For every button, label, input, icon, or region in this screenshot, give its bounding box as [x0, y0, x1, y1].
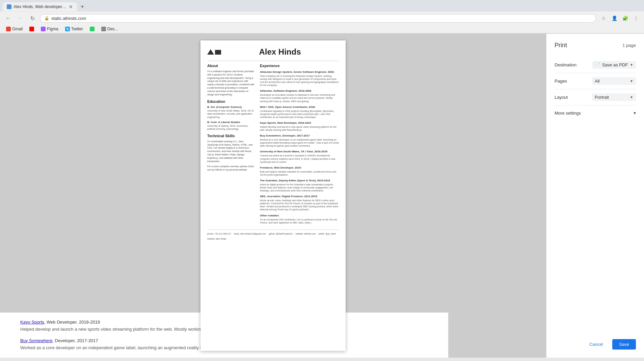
bookmark-twitter[interactable]: 𝕏 Twitter — [62, 26, 86, 32]
about-text: I'm a software engineer and former journ… — [207, 70, 254, 96]
dest-favicon — [101, 27, 106, 31]
destination-value: Save as PDF — [602, 62, 628, 67]
skills-text: I'm comfortable working in C, Java, Java… — [207, 140, 254, 163]
footer-github: github. @DarkPurple141 — [269, 233, 293, 235]
resume-header: Alex Hinds — [207, 47, 339, 57]
pages-row: Pages All ▼ — [555, 73, 636, 89]
bookmark-whatsapp[interactable] — [87, 26, 97, 32]
logo-rect — [215, 50, 221, 55]
browser-actions: ☆ 👤 🧩 ⋮ — [599, 13, 641, 23]
exp-desc-6: Built and helped maintain websites for u… — [260, 170, 339, 176]
experience-section-title: Experience — [260, 64, 339, 68]
exp-title-7: The Guardian, Deputy Editor (Sport & Tec… — [260, 179, 339, 182]
layout-dropdown[interactable]: Portrait ▼ — [592, 93, 636, 101]
exp-desc-2: Contributed regularly to OSS projects in… — [260, 110, 339, 119]
exp-title-4: Buy Somewhere, Developer, 2017-2017 — [260, 134, 339, 137]
exp-title-8: SBS, Journalist / Digital Producer, 2011… — [260, 195, 339, 198]
bookmark-twitter-label: Twitter — [71, 27, 83, 31]
bookmark-youtube[interactable] — [27, 26, 37, 32]
bg-exp-link-1[interactable]: Buy Somewhere — [20, 338, 52, 343]
tab-close-button[interactable]: ✕ — [69, 4, 73, 9]
print-title: Print — [555, 42, 567, 49]
lock-icon: 🔒 — [44, 16, 49, 21]
bookmark-star-button[interactable]: ☆ — [599, 13, 608, 23]
save-button[interactable]: Save — [612, 339, 636, 350]
youtube-favicon — [29, 27, 34, 31]
resume-name: Alex Hinds — [221, 47, 339, 57]
figma-favicon — [41, 27, 46, 31]
print-actions: Cancel Save — [555, 331, 636, 350]
nav-bar: ← → ↻ 🔒 static.alhinds.com ☆ 👤 🧩 ⋮ — [0, 11, 644, 25]
cancel-button[interactable]: Cancel — [583, 339, 610, 350]
reload-button[interactable]: ↻ — [28, 13, 37, 23]
exp-desc-7: Acted as digital producer for the Guardi… — [260, 183, 339, 192]
exp-title-0: Atlassian Design System, Senior Software… — [260, 70, 339, 73]
url-text: static.alhinds.com — [51, 16, 592, 21]
bookmark-gmail-label: Gmail — [12, 27, 23, 31]
page-content: Alex Hinds About I'm a software engineer… — [0, 34, 644, 358]
layout-row: Layout Portrait ▼ — [555, 89, 636, 106]
exp-desc-5: Tutored and acted as a lecturer's assist… — [260, 154, 339, 163]
footer-linkedin: linkedin. Alex Hinds — [207, 238, 226, 240]
destination-row: Destination 📄 Save as PDF ▼ — [555, 57, 636, 73]
profile-button[interactable]: 👤 — [610, 13, 619, 23]
footer-twitter: twitter. @al_hinds — [319, 233, 336, 235]
tab-bar: Alex Hinds, Web developer an... ✕ + — [0, 0, 644, 11]
resume-document: Alex Hinds About I'm a software engineer… — [200, 40, 346, 351]
pages-dropdown[interactable]: All ▼ — [592, 77, 636, 85]
bg-exp-title-suffix-1: , Developer, 2017-2017 — [52, 338, 98, 343]
bookmarks-bar: Gmail Figma 𝕏 Twitter Des... — [0, 25, 644, 33]
address-bar[interactable]: 🔒 static.alhinds.com — [40, 14, 596, 23]
forward-button[interactable]: → — [16, 13, 25, 23]
skills-section-title: Technical Skills — [207, 134, 254, 138]
tab-favicon — [7, 4, 11, 9]
exp-desc-4: Worked as a core developer on an indepen… — [260, 138, 339, 147]
exp-title-2: Web / OSS, Open Source Contributor, 2018… — [260, 106, 339, 109]
exp-desc-1: Developed an innovative solution to Atla… — [260, 93, 339, 102]
layout-value: Portrait — [595, 95, 609, 100]
edu-school-1: University of Sydney, 2010. economics, p… — [207, 124, 254, 130]
edu-degree-1: B. Com. & Liberal Studies — [207, 121, 254, 124]
more-settings-chevron-icon: ▾ — [634, 110, 636, 116]
active-tab[interactable]: Alex Hinds, Web developer an... ✕ — [3, 2, 77, 11]
destination-dropdown[interactable]: 📄 Save as PDF ▼ — [592, 61, 636, 69]
pages-value: All — [595, 79, 599, 84]
menu-button[interactable]: ⋮ — [631, 13, 641, 23]
gmail-favicon — [6, 27, 11, 31]
more-settings-row[interactable]: More settings ▾ — [555, 106, 636, 120]
resume-divider — [207, 61, 339, 61]
bg-exp-link-0[interactable]: Kayo Sports — [20, 320, 44, 325]
print-panel: Print 1 page Destination 📄 Save as PDF ▼… — [546, 34, 644, 358]
browser-chrome: Alex Hinds, Web developer an... ✕ + ← → … — [0, 0, 644, 34]
extension-button[interactable]: 🧩 — [620, 13, 630, 23]
exp-title-3: Kayo Sports, Web Developer, 2018-2019 — [260, 121, 339, 124]
bookmark-dest[interactable]: Des... — [99, 26, 120, 32]
bookmark-figma[interactable]: Figma — [38, 26, 61, 32]
bookmark-gmail[interactable]: Gmail — [3, 26, 25, 32]
bookmark-dest-label: Des... — [107, 27, 118, 31]
print-header: Print 1 page — [555, 42, 636, 49]
layout-label: Layout — [555, 95, 568, 100]
exp-desc-3: Helped develop and launch a new sports v… — [260, 125, 339, 131]
print-pages-count: 1 page — [622, 43, 636, 48]
exp-title-9: Other notables — [260, 214, 339, 217]
destination-dropdown-arrow: ▼ — [630, 63, 633, 67]
exp-title-6: Freelance, Web Developer, 2015- — [260, 166, 339, 169]
bookmark-figma-label: Figma — [47, 27, 58, 31]
whatsapp-favicon — [90, 27, 95, 31]
resume-logo — [207, 49, 221, 55]
exp-title-5: University of New South Wales, TA / Tuto… — [260, 150, 339, 153]
exp-desc-9: I'm an occasional OSS contributor, I've … — [260, 218, 339, 224]
footer-website: website. alhinds.com — [295, 233, 316, 235]
skills-text2: For a more complete overview, please che… — [207, 165, 254, 172]
pages-dropdown-arrow: ▼ — [630, 79, 633, 83]
education-section-title: Education — [207, 99, 254, 103]
back-button[interactable]: ← — [3, 13, 13, 23]
bg-exp-title-suffix-0: , Web Developer, 2018-2019 — [44, 320, 100, 325]
footer-phone: phone. +61 411 849 217 — [207, 233, 231, 235]
new-tab-button[interactable]: + — [78, 2, 87, 11]
resume-right-column: Experience Atlassian Design System, Seni… — [260, 64, 339, 225]
edu-degree-0: B. Sci. (Computer Science) — [207, 106, 254, 109]
resume-area: Alex Hinds About I'm a software engineer… — [0, 34, 546, 358]
resume-left-column: About I'm a software engineer and former… — [207, 64, 254, 225]
